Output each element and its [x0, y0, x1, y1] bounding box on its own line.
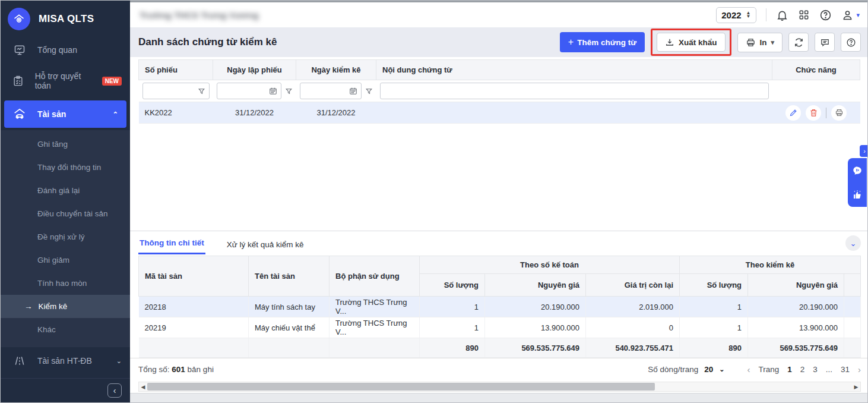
- page-3[interactable]: 3: [813, 365, 818, 374]
- calendar-icon[interactable]: [269, 87, 277, 95]
- col-so-luong-ketoan[interactable]: Số lượng: [420, 274, 485, 297]
- page-2[interactable]: 2: [800, 365, 805, 374]
- cell-nguyen-gia-kt[interactable]: 20.190.000: [485, 297, 586, 317]
- tab-xu-ly-ket-qua[interactable]: Xử lý kết quả kiểm kê: [226, 234, 305, 254]
- download-icon: [665, 37, 674, 47]
- voucher-row-kk2022[interactable]: KK2022 31/12/2022 31/12/2022: [139, 102, 860, 124]
- cell-so-luong-kt[interactable]: 1: [420, 317, 485, 338]
- tab-thong-tin-chi-tiet[interactable]: Thông tin chi tiết: [138, 232, 205, 254]
- collapse-panel-chevron-icon[interactable]: ⌄: [845, 235, 861, 251]
- cell-ngay-kiem-ke[interactable]: 31/12/2022: [296, 102, 376, 124]
- feedback-button[interactable]: [815, 33, 835, 52]
- spinner-arrows-icon[interactable]: ▲▼: [746, 11, 751, 18]
- col-ngay-lap-phieu[interactable]: Ngày lập phiếu: [213, 60, 296, 80]
- prev-page-icon[interactable]: ‹: [747, 364, 750, 374]
- export-button[interactable]: Xuất khẩu: [657, 33, 726, 52]
- delete-icon[interactable]: [806, 105, 821, 121]
- submenu-item-ghi-tang[interactable]: Ghi tăng: [1, 133, 130, 156]
- col-noi-dung[interactable]: Nội dung chứng từ: [376, 60, 772, 80]
- print-button[interactable]: In ▾: [737, 33, 783, 52]
- filter-so-phieu-input[interactable]: [142, 83, 210, 99]
- active-arrow-icon: →: [24, 302, 33, 311]
- rows-per-page-select[interactable]: Số dòng/trang 20 ⌄: [648, 365, 724, 374]
- col-ma-tai-san[interactable]: Mã tài sản: [139, 256, 249, 297]
- cell-so-luong-kt[interactable]: 1: [420, 297, 485, 317]
- submenu-item-thay-doi[interactable]: Thay đổi thông tin: [1, 156, 130, 179]
- filter-noi-dung-input[interactable]: [380, 83, 769, 99]
- total-nguyen-gia-kk: 569.535.775.649: [748, 338, 844, 358]
- chat-support-icon[interactable]: [852, 165, 863, 176]
- row-print-icon[interactable]: [831, 105, 847, 121]
- submenu-item-tinh-hao-mon[interactable]: Tính hao mòn: [1, 272, 130, 295]
- edit-icon[interactable]: [785, 105, 801, 121]
- cell-nguyen-gia-kk[interactable]: 20.190.000: [748, 297, 844, 317]
- total-nguyen-gia-kt: 569.535.775.649: [485, 338, 586, 358]
- next-page-icon[interactable]: ›: [858, 364, 861, 374]
- cell-ten-tai-san[interactable]: Máy chiếu vật thể: [249, 317, 330, 338]
- col-nguyen-gia-ketoan[interactable]: Nguyên giá: [485, 274, 586, 297]
- sidebar-item-settlement[interactable]: Hỗ trợ quyết toán NEW: [1, 64, 130, 98]
- add-voucher-button[interactable]: + Thêm chứng từ: [560, 32, 645, 52]
- total-suffix: bản ghi: [188, 365, 214, 374]
- cell-so-phieu[interactable]: KK2022: [139, 102, 213, 124]
- col-so-phieu[interactable]: Số phiếu: [139, 60, 213, 80]
- sidebar-collapse-button[interactable]: ‹: [107, 383, 122, 398]
- apps-grid-icon[interactable]: [798, 9, 810, 21]
- user-menu[interactable]: ▾: [841, 9, 860, 21]
- sidebar-item-infrastructure[interactable]: Tài sản HT-ĐB ⌄: [1, 347, 130, 374]
- scroll-right-icon[interactable]: ▶: [852, 384, 860, 390]
- submenu-item-danh-gia-lai[interactable]: Đánh giá lại: [1, 179, 130, 202]
- cell-bo-phan[interactable]: Trường THCS Trưng V...: [330, 297, 420, 317]
- submenu-item-khac[interactable]: Khác: [1, 318, 130, 341]
- side-panel-expand-icon[interactable]: ›: [860, 145, 868, 157]
- cell-ten-tai-san[interactable]: Máy tính sách tay: [249, 297, 330, 317]
- filter-ngay-lap-input[interactable]: [217, 83, 281, 99]
- sidebar-item-overview[interactable]: Tổng quan: [1, 36, 130, 64]
- calendar-icon[interactable]: [349, 87, 357, 95]
- horizontal-scrollbar[interactable]: ◀ ▶: [138, 382, 861, 392]
- page-help-button[interactable]: [841, 33, 861, 52]
- submenu-item-ghi-giam[interactable]: Ghi giảm: [1, 248, 130, 272]
- divider: [766, 8, 766, 21]
- col-ten-tai-san[interactable]: Tên tài sản: [249, 256, 330, 297]
- cell-so-luong-kk[interactable]: 1: [680, 297, 748, 317]
- feedback-thumbsup-icon[interactable]: [852, 190, 863, 200]
- help-icon[interactable]: [819, 9, 832, 21]
- submenu-item-de-nghi-xu-ly[interactable]: Đề nghị xử lý: [1, 225, 130, 248]
- col-bo-phan-su-dung[interactable]: Bộ phận sử dụng: [330, 256, 420, 297]
- funnel-icon[interactable]: [365, 87, 373, 95]
- col-so-luong-kiemke[interactable]: Số lượng: [680, 274, 748, 297]
- scrollbar-thumb[interactable]: [147, 383, 655, 391]
- cell-nguyen-gia-kk[interactable]: 13.900.000: [748, 317, 844, 338]
- asset-row-20219[interactable]: 20219 Máy chiếu vật thể Trường THCS Trưn…: [139, 317, 861, 338]
- year-selector[interactable]: 2022 ▲▼: [716, 7, 756, 23]
- cell-gia-tri-con-lai[interactable]: 2.019.000: [586, 297, 680, 317]
- scroll-left-icon[interactable]: ◀: [139, 384, 147, 390]
- submenu-item-dieu-chuyen[interactable]: Điều chuyển tài sản: [1, 202, 130, 225]
- refresh-button[interactable]: [788, 33, 809, 52]
- submenu-item-kiem-ke[interactable]: → Kiểm kê: [1, 295, 130, 318]
- cell-nguyen-gia-kt[interactable]: 13.900.000: [485, 317, 586, 338]
- funnel-icon[interactable]: [198, 87, 205, 95]
- cell-noi-dung[interactable]: [376, 102, 772, 124]
- col-nguyen-gia-kiemke[interactable]: Nguyên giá: [748, 274, 844, 297]
- cell-ngay-lap[interactable]: 31/12/2022: [213, 102, 296, 124]
- funnel-icon[interactable]: [285, 87, 293, 95]
- notifications-bell-icon[interactable]: [776, 9, 788, 21]
- sidebar-item-label: Tài sản HT-ĐB: [37, 356, 92, 366]
- cell-ma-tai-san[interactable]: 20218: [139, 297, 249, 317]
- filter-ngay-kiem-ke-input[interactable]: [300, 83, 362, 99]
- cell-gia-tri-con-lai[interactable]: 0: [586, 317, 680, 338]
- page-ellipsis: ...: [826, 365, 832, 374]
- scrollbar-track[interactable]: [147, 383, 852, 391]
- page-31[interactable]: 31: [841, 365, 850, 374]
- sidebar-item-assets[interactable]: Tài sản ⌃: [4, 100, 126, 128]
- cell-so-luong-kk[interactable]: 1: [680, 317, 748, 338]
- asset-row-20218[interactable]: 20218 Máy tính sách tay Trường THCS Trưn…: [139, 297, 861, 317]
- cell-ma-tai-san[interactable]: 20219: [139, 317, 249, 338]
- printer-icon: [746, 37, 756, 48]
- col-ngay-kiem-ke[interactable]: Ngày kiểm kê: [296, 60, 376, 80]
- cell-bo-phan[interactable]: Trường THCS Trưng V...: [330, 317, 420, 338]
- page-1[interactable]: 1: [787, 365, 792, 374]
- col-gia-tri-con-lai[interactable]: Giá trị còn lại: [586, 274, 680, 297]
